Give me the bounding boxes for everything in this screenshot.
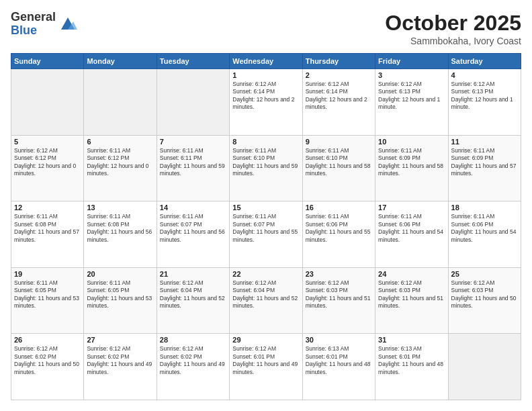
calendar-week-row: 12 Sunrise: 6:11 AMSunset: 6:08 PMDaylig… [11,201,521,268]
day-number: 21 [160,270,226,278]
table-row: 18 Sunrise: 6:11 AMSunset: 6:06 PMDaylig… [448,201,521,268]
day-number: 7 [160,138,226,146]
day-sunrise: Sunrise: 6:11 AMSunset: 6:06 PMDaylight:… [306,213,371,242]
day-number: 2 [306,71,372,79]
day-sunrise: Sunrise: 6:11 AMSunset: 6:06 PMDaylight:… [378,213,443,242]
calendar-week-row: 26 Sunrise: 6:12 AMSunset: 6:02 PMDaylig… [11,334,521,400]
day-number: 23 [306,270,372,278]
day-number: 20 [87,270,153,278]
day-sunrise: Sunrise: 6:13 AMSunset: 6:01 PMDaylight:… [378,345,443,375]
table-row: 12 Sunrise: 6:11 AMSunset: 6:08 PMDaylig… [11,201,84,268]
table-row [448,334,521,400]
day-sunrise: Sunrise: 6:12 AMSunset: 6:14 PMDaylight:… [306,81,367,110]
table-row: 10 Sunrise: 6:11 AMSunset: 6:09 PMDaylig… [375,135,448,201]
day-number: 12 [14,203,81,212]
day-number: 10 [378,138,445,146]
table-row: 30 Sunrise: 6:13 AMSunset: 6:01 PMDaylig… [302,334,375,400]
table-row: 13 Sunrise: 6:11 AMSunset: 6:08 PMDaylig… [84,201,157,268]
table-row: 3 Sunrise: 6:12 AMSunset: 6:13 PMDayligh… [375,69,448,136]
day-number: 19 [14,270,81,278]
header-monday: Monday [84,54,157,69]
table-row: 15 Sunrise: 6:11 AMSunset: 6:07 PMDaylig… [230,201,302,268]
table-row: 17 Sunrise: 6:11 AMSunset: 6:06 PMDaylig… [375,201,448,268]
calendar-week-row: 1 Sunrise: 6:12 AMSunset: 6:14 PMDayligh… [11,69,521,136]
title-block: October 2025 Sammbokaha, Ivory Coast [385,11,521,46]
logo-blue: Blue [11,24,56,38]
table-row: 20 Sunrise: 6:11 AMSunset: 6:05 PMDaylig… [84,267,157,334]
logo-text: General Blue [11,11,56,38]
day-number: 11 [451,138,518,146]
day-sunrise: Sunrise: 6:11 AMSunset: 6:10 PMDaylight:… [306,147,371,177]
day-number: 28 [160,336,226,344]
header-tuesday: Tuesday [157,54,229,69]
day-number: 15 [232,203,299,212]
day-sunrise: Sunrise: 6:12 AMSunset: 6:02 PMDaylight:… [14,345,79,375]
day-number: 9 [306,138,372,146]
table-row: 24 Sunrise: 6:12 AMSunset: 6:03 PMDaylig… [375,267,448,334]
day-number: 25 [451,270,518,278]
table-row: 21 Sunrise: 6:12 AMSunset: 6:04 PMDaylig… [157,267,229,334]
header-friday: Friday [375,54,448,69]
day-sunrise: Sunrise: 6:11 AMSunset: 6:08 PMDaylight:… [14,213,79,242]
day-sunrise: Sunrise: 6:12 AMSunset: 6:01 PMDaylight:… [232,345,298,375]
table-row: 6 Sunrise: 6:11 AMSunset: 6:12 PMDayligh… [84,135,157,201]
day-sunrise: Sunrise: 6:13 AMSunset: 6:01 PMDaylight:… [306,345,371,375]
table-row: 31 Sunrise: 6:13 AMSunset: 6:01 PMDaylig… [375,334,448,400]
day-number: 31 [378,336,445,344]
calendar-table: Sunday Monday Tuesday Wednesday Thursday… [11,53,521,400]
day-number: 17 [378,203,445,212]
day-sunrise: Sunrise: 6:12 AMSunset: 6:14 PMDaylight:… [232,81,294,110]
table-row: 28 Sunrise: 6:12 AMSunset: 6:02 PMDaylig… [157,334,229,400]
day-number: 13 [87,203,153,212]
day-sunrise: Sunrise: 6:11 AMSunset: 6:07 PMDaylight:… [232,213,298,242]
day-sunrise: Sunrise: 6:11 AMSunset: 6:11 PMDaylight:… [160,147,225,177]
page: General Blue October 2025 Sammbokaha, Iv… [0,0,532,411]
day-number: 6 [87,138,153,146]
calendar-week-row: 19 Sunrise: 6:11 AMSunset: 6:05 PMDaylig… [11,267,521,334]
day-sunrise: Sunrise: 6:12 AMSunset: 6:13 PMDaylight:… [378,81,440,110]
day-sunrise: Sunrise: 6:11 AMSunset: 6:09 PMDaylight:… [378,147,443,177]
weekday-header-row: Sunday Monday Tuesday Wednesday Thursday… [11,54,521,69]
table-row: 7 Sunrise: 6:11 AMSunset: 6:11 PMDayligh… [157,135,229,201]
logo-icon [58,15,77,34]
table-row: 16 Sunrise: 6:11 AMSunset: 6:06 PMDaylig… [302,201,375,268]
table-row [157,69,229,136]
day-sunrise: Sunrise: 6:11 AMSunset: 6:06 PMDaylight:… [451,213,517,242]
day-number: 14 [160,203,226,212]
day-number: 27 [87,336,153,344]
header: General Blue October 2025 Sammbokaha, Iv… [11,11,521,46]
day-sunrise: Sunrise: 6:12 AMSunset: 6:04 PMDaylight:… [232,279,298,309]
table-row: 4 Sunrise: 6:12 AMSunset: 6:13 PMDayligh… [448,69,521,136]
day-sunrise: Sunrise: 6:11 AMSunset: 6:08 PMDaylight:… [87,213,152,242]
day-sunrise: Sunrise: 6:12 AMSunset: 6:12 PMDaylight:… [14,147,76,177]
day-sunrise: Sunrise: 6:12 AMSunset: 6:02 PMDaylight:… [160,345,225,375]
calendar-week-row: 5 Sunrise: 6:12 AMSunset: 6:12 PMDayligh… [11,135,521,201]
day-sunrise: Sunrise: 6:11 AMSunset: 6:05 PMDaylight:… [87,279,152,309]
day-sunrise: Sunrise: 6:11 AMSunset: 6:09 PMDaylight:… [451,147,517,177]
table-row: 14 Sunrise: 6:11 AMSunset: 6:07 PMDaylig… [157,201,229,268]
day-number: 26 [14,336,81,344]
table-row [11,69,84,136]
table-row: 5 Sunrise: 6:12 AMSunset: 6:12 PMDayligh… [11,135,84,201]
table-row: 8 Sunrise: 6:11 AMSunset: 6:10 PMDayligh… [230,135,302,201]
logo-general: General [11,11,56,24]
day-sunrise: Sunrise: 6:12 AMSunset: 6:03 PMDaylight:… [378,279,443,309]
day-number: 30 [306,336,372,344]
table-row: 9 Sunrise: 6:11 AMSunset: 6:10 PMDayligh… [302,135,375,201]
header-saturday: Saturday [448,54,521,69]
day-number: 3 [378,71,445,79]
day-number: 22 [232,270,299,278]
day-sunrise: Sunrise: 6:11 AMSunset: 6:07 PMDaylight:… [160,213,225,242]
day-sunrise: Sunrise: 6:12 AMSunset: 6:13 PMDaylight:… [451,81,513,110]
header-thursday: Thursday [302,54,375,69]
day-number: 5 [14,138,81,146]
day-number: 16 [306,203,372,212]
day-sunrise: Sunrise: 6:12 AMSunset: 6:03 PMDaylight:… [451,279,517,309]
table-row: 27 Sunrise: 6:12 AMSunset: 6:02 PMDaylig… [84,334,157,400]
day-number: 1 [232,71,299,79]
month-title: October 2025 [385,11,521,36]
table-row: 22 Sunrise: 6:12 AMSunset: 6:04 PMDaylig… [230,267,302,334]
day-number: 8 [232,138,299,146]
location: Sammbokaha, Ivory Coast [385,36,521,46]
table-row: 29 Sunrise: 6:12 AMSunset: 6:01 PMDaylig… [230,334,302,400]
